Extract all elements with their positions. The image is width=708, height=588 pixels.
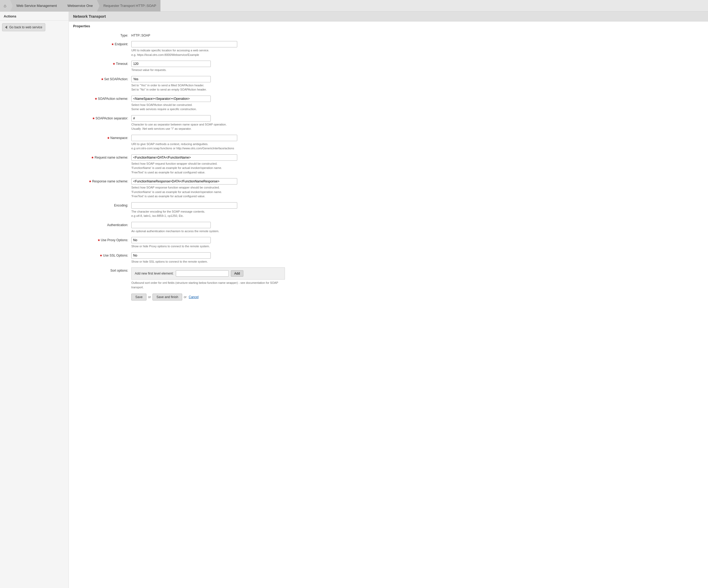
breadcrumb-current: Requester Transport HTTP::SOAP bbox=[97, 0, 160, 11]
type-label: Type: bbox=[73, 32, 131, 37]
endpoint-field: URI to indicate specific location for ac… bbox=[131, 41, 704, 57]
response-name-scheme-field: Select how SOAP response function wrappe… bbox=[131, 178, 704, 199]
timeout-input[interactable] bbox=[131, 61, 211, 67]
sidebar: Actions Go back to web service bbox=[0, 12, 69, 588]
endpoint-input[interactable] bbox=[131, 41, 237, 48]
authentication-input[interactable] bbox=[131, 222, 211, 228]
form-row-authentication: Authentication: An optional authenticati… bbox=[73, 222, 704, 234]
form-row-namespace: ★Namespace: URI to give SOAP methods a c… bbox=[73, 135, 704, 151]
authentication-field: An optional authentication mechanism to … bbox=[131, 222, 704, 234]
request-name-scheme-hint: Select how SOAP request function wrapper… bbox=[131, 161, 290, 175]
save-and-finish-button[interactable]: Save and finish bbox=[152, 294, 182, 300]
use-proxy-label: ★Use Proxy Options: bbox=[73, 237, 131, 242]
soapaction-separator-label: ★SOAPAction separator: bbox=[73, 115, 131, 120]
home-icon: ⌂ bbox=[4, 3, 6, 8]
arrow-left-icon bbox=[5, 26, 7, 29]
breadcrumb: ⌂ Web Service Management Webservice One … bbox=[0, 0, 708, 12]
use-proxy-hint: Show or hide Proxy options to connect to… bbox=[131, 244, 290, 248]
use-ssl-label: ★Use SSL Options: bbox=[73, 252, 131, 257]
breadcrumb-web-service-management[interactable]: Web Service Management bbox=[10, 0, 61, 11]
sort-add-button[interactable]: Add bbox=[231, 270, 243, 277]
namespace-field: URI to give SOAP methods a context, redu… bbox=[131, 135, 704, 151]
authentication-label: Authentication: bbox=[73, 222, 131, 227]
form-row-use-ssl: ★Use SSL Options: Show or hide SSL optio… bbox=[73, 252, 704, 264]
back-to-web-service-button[interactable]: Go back to web service bbox=[2, 23, 45, 31]
request-name-scheme-input[interactable] bbox=[131, 154, 237, 161]
form-row-set-soapaction: ★Set SOAPAction: Set to "Yes" in order t… bbox=[73, 76, 704, 92]
or-separator-2: or bbox=[184, 295, 187, 299]
sort-options-label: Sort options: bbox=[73, 267, 131, 272]
encoding-input[interactable] bbox=[131, 202, 237, 209]
form-row-type: Type: HTTP::SOAP bbox=[73, 32, 704, 37]
use-ssl-field: Show or hide SSL options to connect to t… bbox=[131, 252, 704, 264]
sort-options-field: Add new first level element: Add Outboun… bbox=[131, 267, 704, 289]
response-name-scheme-hint: Select how SOAP response function wrappe… bbox=[131, 185, 290, 199]
action-row: Save or Save and finish or Cancel bbox=[73, 294, 704, 300]
form-row-encoding: Encoding: The character encoding for the… bbox=[73, 202, 704, 218]
use-proxy-field: Show or hide Proxy options to connect to… bbox=[131, 237, 704, 248]
soapaction-scheme-label: ★SOAPAction scheme: bbox=[73, 95, 131, 100]
section-sub-header: Properties bbox=[69, 22, 708, 31]
soapaction-separator-input[interactable] bbox=[131, 115, 211, 121]
section-header: Network Transport bbox=[69, 12, 708, 22]
endpoint-label: ★Endpoint: bbox=[73, 41, 131, 46]
timeout-field: Timeout value for requests. bbox=[131, 61, 704, 72]
soapaction-scheme-field: Select how SOAPAction should be construc… bbox=[131, 95, 704, 112]
soapaction-scheme-input[interactable] bbox=[131, 95, 211, 102]
response-name-scheme-input[interactable] bbox=[131, 178, 237, 184]
sort-options-box: Add new first level element: Add bbox=[131, 267, 285, 280]
sort-add-label: Add new first level element: bbox=[135, 272, 174, 275]
set-soapaction-field: Set to "Yes" in order to send a filled S… bbox=[131, 76, 704, 92]
timeout-label: ★Timeout: bbox=[73, 61, 131, 66]
type-value: HTTP::SOAP bbox=[131, 32, 704, 37]
breadcrumb-home[interactable]: ⌂ bbox=[0, 0, 10, 11]
use-proxy-input[interactable] bbox=[131, 237, 211, 243]
save-button[interactable]: Save bbox=[131, 294, 146, 300]
namespace-label: ★Namespace: bbox=[73, 135, 131, 140]
soapaction-scheme-hint: Select how SOAPAction should be construc… bbox=[131, 103, 290, 112]
use-ssl-input[interactable] bbox=[131, 252, 211, 259]
form-area: Type: HTTP::SOAP ★Endpoint: URI to indic… bbox=[69, 31, 708, 306]
sort-options-hint: Outbound sort order for xml fields (stru… bbox=[131, 281, 290, 289]
sort-options-row: Add new first level element: Add bbox=[135, 270, 282, 277]
set-soapaction-hint: Set to "Yes" in order to send a filled S… bbox=[131, 83, 290, 92]
soapaction-separator-hint: Character to use as separator between na… bbox=[131, 122, 290, 131]
sidebar-section-title: Actions bbox=[0, 12, 68, 21]
set-soapaction-label: ★Set SOAPAction: bbox=[73, 76, 131, 81]
form-row-soapaction-scheme: ★SOAPAction scheme: Select how SOAPActio… bbox=[73, 95, 704, 112]
use-ssl-hint: Show or hide SSL options to connect to t… bbox=[131, 260, 290, 264]
encoding-field: The character encoding for the SOAP mess… bbox=[131, 202, 704, 218]
response-name-scheme-label: ★Response name scheme: bbox=[73, 178, 131, 183]
request-name-scheme-field: Select how SOAP request function wrapper… bbox=[131, 154, 704, 175]
breadcrumb-webservice-one[interactable]: Webservice One bbox=[61, 0, 97, 11]
form-row-timeout: ★Timeout: Timeout value for requests. bbox=[73, 61, 704, 72]
cancel-button[interactable]: Cancel bbox=[188, 294, 199, 300]
set-soapaction-input[interactable] bbox=[131, 76, 211, 82]
authentication-hint: An optional authentication mechanism to … bbox=[131, 229, 290, 234]
encoding-hint: The character encoding for the SOAP mess… bbox=[131, 209, 290, 218]
main-content: Network Transport Properties Type: HTTP:… bbox=[69, 12, 708, 588]
form-row-sort-options: Sort options: Add new first level elemen… bbox=[73, 267, 704, 289]
endpoint-hint: URI to indicate specific location for ac… bbox=[131, 48, 290, 57]
form-row-request-name-scheme: ★Request name scheme: Select how SOAP re… bbox=[73, 154, 704, 175]
or-separator-1: or bbox=[148, 295, 151, 299]
form-row-response-name-scheme: ★Response name scheme: Select how SOAP r… bbox=[73, 178, 704, 199]
namespace-hint: URI to give SOAP methods a context, redu… bbox=[131, 142, 290, 151]
timeout-hint: Timeout value for requests. bbox=[131, 68, 290, 72]
request-name-scheme-label: ★Request name scheme: bbox=[73, 154, 131, 159]
namespace-input[interactable] bbox=[131, 135, 237, 141]
form-row-endpoint: ★Endpoint: URI to indicate specific loca… bbox=[73, 41, 704, 57]
type-field: HTTP::SOAP bbox=[131, 32, 704, 37]
encoding-label: Encoding: bbox=[73, 202, 131, 207]
sort-add-input[interactable] bbox=[176, 270, 229, 277]
soapaction-separator-field: Character to use as separator between na… bbox=[131, 115, 704, 131]
form-row-soapaction-separator: ★SOAPAction separator: Character to use … bbox=[73, 115, 704, 131]
form-row-use-proxy: ★Use Proxy Options: Show or hide Proxy o… bbox=[73, 237, 704, 248]
